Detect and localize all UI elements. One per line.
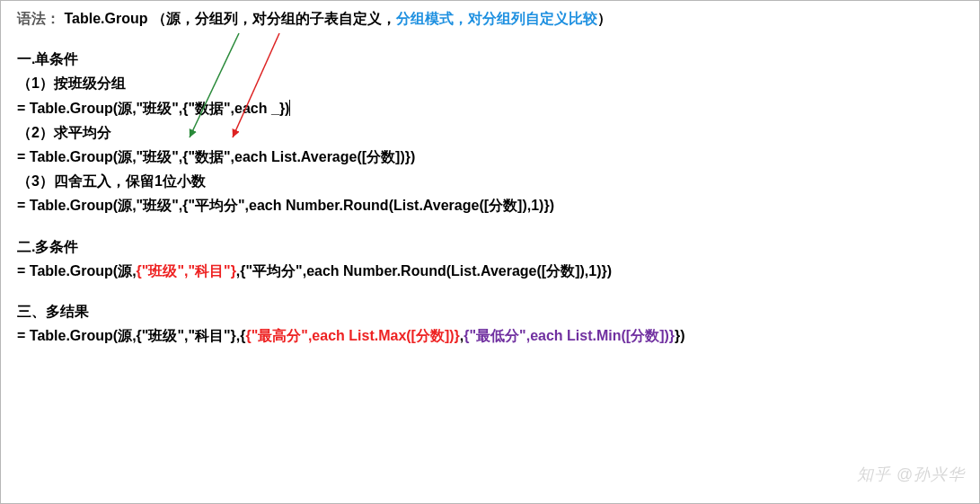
syntax-line: 语法： Table.Group （源，分组列，对分组的子表自定义，分组模式，对分…: [17, 10, 963, 27]
syntax-label: 语法：: [17, 11, 60, 26]
code-pre: = Table.Group(源,{"班级","科目"},{: [17, 328, 246, 343]
document-page: 语法： Table.Group （源，分组列，对分组的子表自定义，分组模式，对分…: [0, 0, 980, 504]
syntax-open: （: [152, 11, 166, 26]
syntax-arg4: 分组模式，: [396, 11, 468, 26]
syntax-arg3: 对分组的子表自定义，: [252, 11, 396, 26]
code-pre: = Table.Group(源,: [17, 263, 137, 279]
section1-p2: （2）求平均分: [17, 124, 963, 141]
syntax-close: ）: [597, 11, 612, 26]
syntax-arg1: 源，: [166, 11, 195, 26]
text-cursor: [289, 100, 290, 116]
section2-code: = Table.Group(源,{"班级","科目"},{"平均分",each …: [17, 262, 963, 279]
code-text: = Table.Group(源,"班级",{"数据",each _}): [17, 101, 289, 116]
syntax-arg2: 分组列，: [195, 11, 252, 26]
code-purple: {"最低分",each List.Min([分数])}: [464, 328, 675, 343]
code-post: }): [675, 328, 685, 343]
section1-p1: （1）按班级分组: [17, 75, 963, 92]
section1-code1: = Table.Group(源,"班级",{"数据",each _}): [17, 100, 963, 117]
section2-title: 二.多条件: [17, 238, 963, 255]
code-red: {"最高分",each List.Max([分数])}: [246, 328, 460, 343]
section1-code2: = Table.Group(源,"班级",{"数据",each List.Ave…: [17, 148, 963, 165]
code-red: {"班级","科目"}: [137, 263, 236, 279]
syntax-arg5: 对分组列自定义比较: [468, 11, 597, 26]
section3-code: = Table.Group(源,{"班级","科目"},{{"最高分",each…: [17, 327, 963, 344]
watermark: 知乎 @孙兴华: [857, 464, 965, 485]
section1-code3: = Table.Group(源,"班级",{"平均分",each Number.…: [17, 197, 963, 214]
syntax-func: Table.Group: [64, 11, 147, 26]
section1-title: 一.单条件: [17, 50, 963, 67]
section1-p3: （3）四舍五入，保留1位小数: [17, 172, 963, 190]
code-post: ,{"平均分",each Number.Round(List.Average([…: [236, 263, 612, 279]
section3-title: 三、多结果: [17, 303, 963, 320]
